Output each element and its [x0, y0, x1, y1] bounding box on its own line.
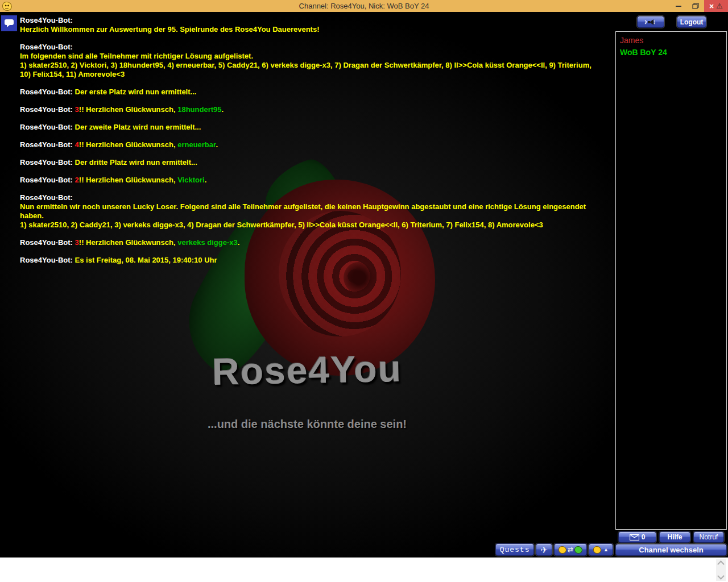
message-input-area	[0, 557, 728, 582]
bot-name: Rose4You-Bot:	[20, 140, 73, 149]
chat-text-segment: .	[238, 238, 240, 247]
smiley-menu-button[interactable]: ▲	[589, 543, 613, 556]
chat-text-segment: erneuerbar	[177, 140, 216, 149]
close-icon: ×	[709, 2, 714, 10]
chat-text-segment: 2	[75, 176, 79, 184]
chat-text-segment: !! Herzlichen Glückwunsch,	[79, 238, 177, 247]
chat-message: Rose4You-Bot: Der zweite Platz wird nun …	[20, 123, 593, 132]
window-controls: × ⚠	[670, 0, 728, 12]
chat-message: Rose4You-Bot: Der erste Platz wird nun e…	[20, 88, 593, 97]
chat-message: Rose4You-Bot:Im folgenden sind alle Teil…	[20, 43, 593, 79]
swap-arrows-icon: ⇄	[568, 546, 573, 554]
bot-name: Rose4You-Bot:	[20, 88, 73, 96]
bot-name: Rose4You-Bot:	[20, 105, 73, 114]
chat-text-segment: Der dritte Platz wird nun ermittelt...	[75, 158, 197, 167]
bot-name: Rose4You-Bot:	[20, 16, 73, 24]
chat-message: Rose4You-Bot: 3!! Herzlichen Glückwunsch…	[20, 238, 593, 247]
chat-text-segment: !! Herzlichen Glückwunsch,	[79, 105, 177, 114]
sidebar-bottom-buttons: 0 Hilfe Notruf	[618, 531, 724, 543]
chat-text-segment: Der erste Platz wird nun ermittelt...	[75, 88, 197, 96]
airplane-icon: ✈	[540, 546, 548, 554]
yellow-smiley-icon	[559, 546, 566, 554]
chat-text-segment: Der zweite Platz wird nun ermittelt...	[75, 123, 201, 131]
titlebar: Channel: Rose4You, Nick: WoB BoY 24 × ⚠	[0, 0, 728, 12]
channel-logo-text: Rose4You	[0, 343, 614, 397]
chat-messages: Rose4You-Bot:Herzlich Willkommen zur Aus…	[20, 16, 593, 273]
chat-text-segment: 3	[75, 238, 79, 247]
bot-name: Rose4You-Bot:	[20, 176, 73, 184]
channel-logo-tagline: ...und die nächste könnte deine sein!	[0, 418, 614, 431]
quests-button[interactable]: Quests	[495, 543, 535, 556]
restore-icon	[692, 3, 699, 9]
user-list-item[interactable]: James	[620, 35, 722, 47]
chat-text-segment: 1) skater2510, 2) Vicktori, 3) 18hundert…	[20, 61, 592, 78]
bot-name: Rose4You-Bot:	[20, 43, 73, 51]
chevron-up-icon: ▲	[603, 547, 609, 552]
chat-text-segment: !! Herzlichen Glückwunsch,	[79, 176, 177, 184]
chat-input[interactable]	[1, 559, 713, 581]
channel-switch-button[interactable]: Channel wechseln	[615, 544, 727, 556]
user-list-item[interactable]: WoB BoY 24	[620, 47, 722, 59]
mail-count: 0	[642, 533, 646, 541]
chat-text-segment: .	[205, 176, 207, 184]
scroll-down-icon[interactable]	[717, 572, 725, 580]
chat-text-segment: 4	[75, 140, 79, 149]
chat-text-segment: 3	[75, 105, 79, 114]
chat-text-segment: !! Herzlichen Glückwunsch,	[79, 140, 177, 149]
travel-button[interactable]: ✈	[536, 543, 552, 556]
sound-button[interactable]	[637, 16, 664, 28]
chat-message: Rose4You-Bot: Es ist Freitag, 08. Mai 20…	[20, 256, 593, 265]
green-smiley-icon	[574, 546, 582, 554]
scroll-up-icon[interactable]	[717, 560, 725, 568]
mail-button[interactable]: 0	[618, 531, 656, 543]
chat-message: Rose4You-Bot:Herzlich Willkommen zur Aus…	[20, 16, 593, 34]
chat-toolbar: Quests ✈ ⇄ ▲	[495, 543, 613, 556]
chat-text-segment: Im folgenden sind alle Teilnehmer mit ri…	[20, 52, 253, 60]
chat-message: Rose4You-Bot:Nun ermitteln wir noch unse…	[20, 193, 593, 230]
smiley-trade-button[interactable]: ⇄	[554, 543, 587, 556]
speaker-icon	[644, 18, 657, 26]
emergency-button[interactable]: Notruf	[693, 531, 724, 543]
chat-message: Rose4You-Bot: 4!! Herzlichen Glückwunsch…	[20, 140, 593, 149]
chat-message: Rose4You-Bot: 2!! Herzlichen Glückwunsch…	[20, 176, 593, 185]
yellow-smiley-icon	[593, 546, 601, 554]
chat-text-segment: verkeks digge-x3	[177, 238, 238, 247]
window-title: Channel: Rose4You, Nick: WoB BoY 24	[0, 2, 728, 10]
speech-bubble-icon	[1, 15, 17, 31]
bot-name: Rose4You-Bot:	[20, 238, 73, 247]
close-button[interactable]: × ⚠	[704, 0, 728, 12]
chat-text-segment: .	[216, 140, 218, 149]
chat-text-segment: Vicktori	[177, 176, 204, 184]
bot-name: Rose4You-Bot:	[20, 158, 73, 167]
minimize-button[interactable]	[670, 0, 687, 12]
envelope-icon	[630, 534, 639, 541]
chat-text-segment: 18hundert95	[177, 105, 221, 114]
input-scrollbar[interactable]	[716, 559, 726, 581]
chat-text-segment: .	[221, 105, 224, 114]
help-button[interactable]: Hilfe	[659, 531, 690, 543]
chat-text-segment: Es ist Freitag, 08. Mai 2015, 19:40:10 U…	[75, 256, 217, 264]
user-list: JamesWoB BoY 24	[615, 31, 727, 530]
warning-icon: ⚠	[716, 2, 723, 10]
bot-name: Rose4You-Bot:	[20, 123, 73, 131]
chat-text-segment: Herzlich Willkommen zur Auswertung der 9…	[20, 25, 320, 34]
logout-button[interactable]: Logout	[677, 16, 706, 28]
chat-message: Rose4You-Bot: Der dritte Platz wird nun …	[20, 158, 593, 167]
sidebar-top-buttons: Logout	[615, 16, 728, 28]
chat-text-segment: 1) skater2510, 2) Caddy21, 3) verkeks di…	[20, 221, 543, 229]
app-window: Channel: Rose4You, Nick: WoB BoY 24 × ⚠ …	[0, 0, 728, 582]
chat-text-segment: Nun ermitteln wir noch unseren Lucky Los…	[20, 202, 586, 220]
sidebar: Logout JamesWoB BoY 24 0 Hilfe Notruf Ch…	[615, 12, 728, 557]
chat-area: Rose4You ...und die nächste könnte deine…	[0, 12, 614, 557]
bot-name: Rose4You-Bot:	[20, 193, 73, 202]
chat-message: Rose4You-Bot: 3!! Herzlichen Glückwunsch…	[20, 105, 593, 114]
bot-name: Rose4You-Bot:	[20, 256, 73, 264]
restore-button[interactable]	[687, 0, 704, 12]
